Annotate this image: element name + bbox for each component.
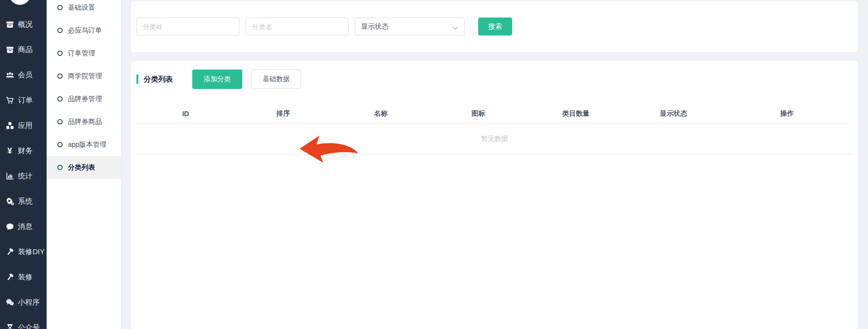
- sidebar-item-装修[interactable]: 装修: [0, 264, 47, 290]
- submenu-item-label: 必应鸟订单: [68, 26, 102, 35]
- circle-icon: [57, 142, 63, 147]
- sidebar-item-公众号[interactable]: 公众号: [0, 315, 47, 329]
- submenu-item-分类列表[interactable]: 分类列表: [47, 156, 121, 179]
- table-column-header-图标: 图标: [430, 109, 527, 118]
- circle-icon: [57, 165, 63, 170]
- sidebar-item-label: 公众号: [18, 323, 40, 329]
- search-button[interactable]: 搜索: [478, 17, 512, 35]
- box-icon: [5, 45, 14, 54]
- sidebar-item-小程序[interactable]: 小程序: [0, 290, 47, 315]
- table-column-header-名称: 名称: [332, 109, 430, 118]
- circle-icon: [57, 51, 63, 56]
- display-status-value: 显示状态: [361, 22, 388, 31]
- sidebar-item-label: 系统: [18, 197, 33, 206]
- primary-nav-list: 概况商品会员订单应用¥财务统计系统消息装修DIY装修小程序公众号: [0, 0, 47, 329]
- table-column-header-类目数量: 类目数量: [527, 109, 625, 118]
- empty-state-text: 暂无数据: [481, 135, 508, 143]
- display-status-select[interactable]: 显示状态: [355, 17, 465, 35]
- cart-icon: [5, 96, 14, 104]
- table-column-header-显示状态: 显示状态: [625, 109, 722, 118]
- hammer-icon: [5, 247, 14, 256]
- primary-sidebar: 概况商品会员订单应用¥财务统计系统消息装修DIY装修小程序公众号: [0, 0, 47, 329]
- submenu-item-必应鸟订单[interactable]: 必应鸟订单: [47, 19, 121, 42]
- circle-icon: [57, 119, 63, 124]
- sidebar-item-订单[interactable]: 订单: [0, 87, 47, 113]
- panel-title: 分类列表: [144, 75, 173, 84]
- sidebar-item-概况[interactable]: 概况: [0, 12, 47, 37]
- sidebar-item-label: 概况: [18, 20, 33, 29]
- submenu-item-label: 品牌券管理: [68, 95, 102, 104]
- category-list-card: 分类列表 添加分类 基础数据 ID排序名称图标类目数量显示状态操作 暂无数据: [131, 61, 858, 329]
- sidebar-item-应用[interactable]: 应用: [0, 113, 47, 138]
- table-header-row: ID排序名称图标类目数量显示状态操作: [137, 104, 852, 124]
- submenu-item-订单管理[interactable]: 订单管理: [47, 42, 121, 65]
- submenu-item-label: app版本管理: [68, 140, 106, 149]
- secondary-nav-list: 基础设置必应鸟订单订单管理商学院管理品牌券管理品牌券商品app版本管理分类列表: [47, 0, 121, 179]
- category-id-input[interactable]: [136, 17, 239, 35]
- comment-icon: [5, 222, 14, 231]
- secondary-sidebar: 基础设置必应鸟订单订单管理商学院管理品牌券管理品牌券商品app版本管理分类列表: [47, 0, 121, 329]
- chevron-down-icon: [452, 24, 458, 32]
- submenu-item-app版本管理[interactable]: app版本管理: [47, 133, 121, 156]
- submenu-item-品牌券商品[interactable]: 品牌券商品: [47, 110, 121, 133]
- filter-card: 显示状态 搜索: [131, 1, 858, 52]
- filter-row: 显示状态 搜索: [136, 17, 512, 35]
- submenu-item-label: 基础设置: [68, 3, 95, 12]
- hammer-icon: [5, 273, 14, 281]
- sidebar-item-label: 财务: [18, 146, 33, 156]
- submenu-item-基础设置[interactable]: 基础设置: [47, 0, 121, 19]
- submenu-item-品牌券管理[interactable]: 品牌券管理: [47, 87, 121, 110]
- hourglass-icon: [5, 323, 14, 329]
- circle-icon: [57, 73, 63, 79]
- base-data-button[interactable]: 基础数据: [251, 69, 301, 89]
- category-name-input[interactable]: [246, 17, 349, 35]
- table-column-header-ID: ID: [137, 110, 234, 118]
- cubes-icon: [5, 121, 14, 130]
- submenu-item-商学院管理[interactable]: 商学院管理: [47, 65, 121, 87]
- circle-icon: [57, 5, 63, 10]
- sidebar-item-系统[interactable]: 系统: [0, 189, 47, 214]
- sidebar-item-label: 统计: [18, 172, 33, 181]
- wechat-icon: [5, 298, 14, 307]
- table-column-header-操作: 操作: [722, 109, 852, 118]
- sidebar-item-商品[interactable]: 商品: [0, 37, 47, 62]
- sidebar-item-label: 应用: [18, 121, 33, 130]
- sidebar-item-label: 小程序: [18, 298, 40, 307]
- submenu-item-label: 订单管理: [68, 49, 95, 58]
- submenu-item-label: 分类列表: [68, 163, 95, 172]
- gears-icon: [5, 197, 14, 206]
- submenu-item-label: 品牌券商品: [68, 118, 102, 126]
- table-column-header-排序: 排序: [234, 109, 332, 118]
- main-content: 显示状态 搜索 分类列表 添加分类 基础数据 ID排序名称图标类目数量显示状态操…: [121, 0, 868, 329]
- sidebar-item-label: 订单: [18, 96, 33, 105]
- table-empty-row: 暂无数据: [137, 124, 852, 155]
- chart-icon: [5, 172, 14, 180]
- add-category-button[interactable]: 添加分类: [192, 69, 242, 89]
- users-icon: [5, 70, 14, 79]
- sidebar-item-财务[interactable]: ¥财务: [0, 138, 47, 163]
- yen-icon: ¥: [5, 146, 14, 155]
- sidebar-item-装修DIY[interactable]: 装修DIY: [0, 239, 47, 264]
- sidebar-item-统计[interactable]: 统计: [0, 163, 47, 189]
- circle-icon: [57, 96, 63, 102]
- sidebar-item-label: 装修DIY: [18, 247, 45, 257]
- submenu-item-label: 商学院管理: [68, 72, 102, 81]
- circle-icon: [57, 28, 63, 33]
- sidebar-item-label: 装修: [18, 273, 33, 282]
- sidebar-item-label: 商品: [18, 45, 33, 54]
- sidebar-item-消息[interactable]: 消息: [0, 214, 47, 239]
- sidebar-item-label: 消息: [18, 222, 33, 231]
- sidebar-item-会员[interactable]: 会员: [0, 62, 47, 87]
- panel-header: 分类列表 添加分类 基础数据: [136, 69, 301, 89]
- sidebar-item-label: 会员: [18, 70, 33, 80]
- box-icon: [5, 20, 14, 29]
- title-accent-bar: [136, 74, 138, 84]
